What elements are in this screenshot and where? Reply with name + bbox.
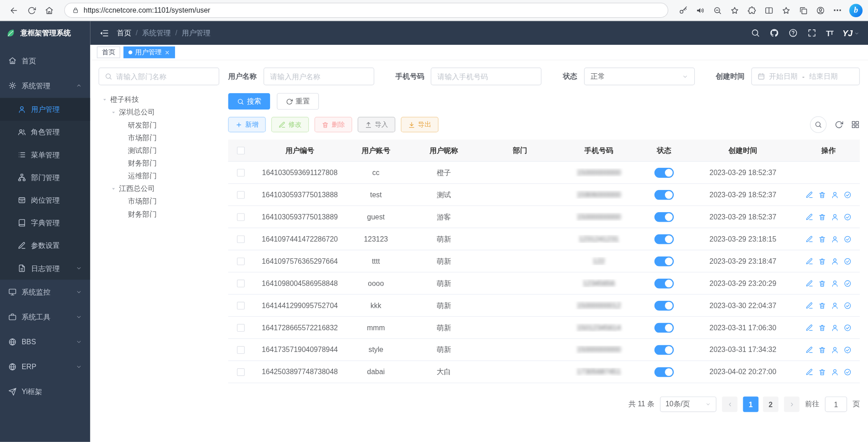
sidebar-item-monitor[interactable]: 系统监控 — [0, 280, 90, 304]
sidebar-item-dict[interactable]: 字典管理 — [0, 212, 90, 234]
tree-expand-icon[interactable] — [111, 109, 116, 115]
sidebar-item-user[interactable]: 用户管理 — [0, 98, 90, 121]
tree-node[interactable]: 财务部门 — [99, 157, 219, 169]
export-button[interactable]: 导出 — [401, 117, 438, 132]
row-assign-role-icon[interactable] — [844, 368, 851, 375]
row-delete-icon[interactable] — [818, 257, 826, 265]
row-checkbox[interactable] — [237, 280, 245, 287]
tree-node[interactable]: 江西总公司 — [99, 182, 219, 195]
tree-node[interactable]: 财务部门 — [99, 208, 219, 220]
row-edit-icon[interactable] — [806, 280, 813, 287]
row-checkbox[interactable] — [237, 235, 245, 243]
sidebar-item-yi[interactable]: Yi框架 — [0, 379, 90, 404]
font-size-icon[interactable]: TT — [826, 29, 833, 38]
status-toggle[interactable] — [655, 300, 674, 310]
status-toggle[interactable] — [655, 278, 674, 288]
phone-input[interactable] — [431, 67, 542, 85]
row-edit-icon[interactable] — [806, 323, 813, 331]
status-toggle[interactable] — [655, 234, 674, 244]
add-button[interactable]: 新增 — [228, 117, 266, 132]
row-reset-password-icon[interactable] — [831, 280, 839, 287]
row-checkbox[interactable] — [237, 323, 245, 331]
row-checkbox[interactable] — [237, 169, 245, 176]
status-toggle[interactable] — [655, 167, 674, 177]
row-checkbox[interactable] — [237, 191, 245, 199]
row-delete-icon[interactable] — [818, 280, 826, 287]
favorites-add-icon[interactable] — [726, 2, 743, 19]
sidebar-item-menu[interactable]: 菜单管理 — [0, 143, 90, 166]
tree-expand-icon[interactable] — [102, 97, 107, 102]
tree-node[interactable]: 运维部门 — [99, 170, 219, 182]
row-assign-role-icon[interactable] — [844, 191, 851, 199]
browser-refresh-button[interactable] — [23, 2, 40, 19]
row-reset-password-icon[interactable] — [831, 323, 839, 331]
row-edit-icon[interactable] — [806, 368, 813, 375]
password-key-icon[interactable] — [675, 2, 692, 19]
username-input[interactable] — [264, 67, 375, 85]
tree-node[interactable]: 市场部门 — [99, 131, 219, 144]
row-reset-password-icon[interactable] — [831, 368, 839, 375]
row-delete-icon[interactable] — [818, 191, 826, 199]
fullscreen-icon[interactable] — [807, 28, 817, 38]
row-edit-icon[interactable] — [806, 346, 813, 353]
edit-button[interactable]: 修改 — [271, 117, 309, 132]
tree-node[interactable]: 橙子科技 — [99, 93, 219, 106]
tree-expand-icon[interactable] — [111, 186, 116, 191]
toggle-search-button[interactable] — [810, 116, 827, 133]
row-assign-role-icon[interactable] — [844, 301, 851, 309]
row-delete-icon[interactable] — [818, 368, 826, 375]
row-reset-password-icon[interactable] — [831, 235, 839, 243]
delete-button[interactable]: 删除 — [314, 117, 352, 132]
zoom-icon[interactable] — [709, 2, 726, 19]
bing-chat-icon[interactable]: b — [849, 4, 863, 17]
row-reset-password-icon[interactable] — [831, 213, 839, 221]
breadcrumb-item[interactable]: 首页 — [117, 28, 131, 38]
row-delete-icon[interactable] — [818, 213, 826, 221]
tree-node[interactable]: 研发部门 — [99, 119, 219, 131]
import-button[interactable]: 导入 — [358, 117, 395, 132]
status-toggle[interactable] — [655, 367, 674, 377]
browser-home-button[interactable] — [41, 2, 58, 19]
dept-search-input[interactable] — [116, 72, 213, 81]
row-edit-icon[interactable] — [806, 301, 813, 309]
row-checkbox[interactable] — [237, 301, 245, 309]
next-page-button[interactable] — [784, 396, 799, 412]
page-button-2[interactable]: 2 — [763, 396, 778, 412]
page-button-1[interactable]: 1 — [743, 396, 759, 412]
row-edit-icon[interactable] — [806, 191, 813, 199]
status-select[interactable]: 正常 — [584, 67, 695, 85]
row-assign-role-icon[interactable] — [844, 280, 851, 287]
row-delete-icon[interactable] — [818, 301, 826, 309]
row-edit-icon[interactable] — [806, 257, 813, 265]
split-screen-icon[interactable] — [761, 2, 778, 19]
search-button[interactable]: 搜索 — [228, 93, 270, 110]
sidebar-item-system[interactable]: 系统管理 — [0, 73, 90, 98]
sidebar-item-param[interactable]: 参数设置 — [0, 234, 90, 257]
row-reset-password-icon[interactable] — [831, 301, 839, 309]
row-checkbox[interactable] — [237, 368, 245, 375]
row-edit-icon[interactable] — [806, 235, 813, 243]
extensions-icon[interactable] — [744, 2, 760, 19]
sidebar-item-bbs[interactable]: BBS — [0, 329, 90, 354]
github-icon[interactable] — [769, 28, 779, 38]
tree-node[interactable]: 市场部门 — [99, 195, 219, 208]
tree-node[interactable]: 深圳总公司 — [99, 106, 219, 119]
sidebar-item-erp[interactable]: ERP — [0, 354, 90, 379]
row-assign-role-icon[interactable] — [844, 213, 851, 221]
row-reset-password-icon[interactable] — [831, 191, 839, 199]
row-checkbox[interactable] — [237, 213, 245, 221]
row-checkbox[interactable] — [237, 257, 245, 265]
status-toggle[interactable] — [655, 323, 674, 333]
row-assign-role-icon[interactable] — [844, 323, 851, 331]
date-range-picker[interactable]: 开始日期 - 结束日期 — [751, 67, 860, 85]
sidebar-item-log[interactable]: 日志管理 — [0, 257, 90, 280]
sidebar-item-home[interactable]: 首页 — [0, 48, 90, 73]
tree-node[interactable]: 测试部门 — [99, 144, 219, 157]
user-avatar[interactable]: YJ — [842, 28, 859, 38]
header-search-icon[interactable] — [751, 28, 760, 38]
row-assign-role-icon[interactable] — [844, 346, 851, 353]
browser-back-button[interactable] — [5, 2, 22, 19]
row-delete-icon[interactable] — [818, 346, 826, 353]
select-all-checkbox[interactable] — [237, 147, 245, 154]
row-edit-icon[interactable] — [806, 213, 813, 221]
